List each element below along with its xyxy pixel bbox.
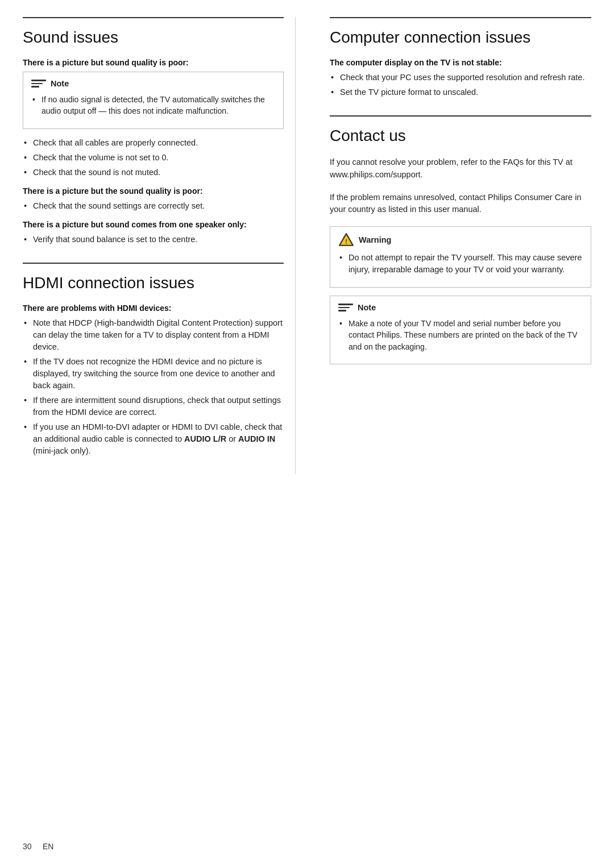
sound-bullet2-1: Check that the sound settings are correc… bbox=[23, 200, 284, 212]
sound-bullets3: Verify that sound balance is set to the … bbox=[23, 234, 284, 246]
hdmi-issues-title: HDMI connection issues bbox=[23, 274, 284, 296]
contact-note-item: Make a note of your TV model and serial … bbox=[338, 318, 583, 352]
contact-para2: If the problem remains unresolved, conta… bbox=[330, 192, 591, 217]
contact-divider bbox=[330, 115, 591, 117]
contact-para1: If you cannot resolve your problem, refe… bbox=[330, 156, 591, 181]
contact-us-section: Contact us If you cannot resolve your pr… bbox=[330, 115, 591, 364]
sound-note-label: Note bbox=[51, 79, 69, 88]
sound-subsection2-title: There is a picture but the sound quality… bbox=[23, 186, 284, 196]
sound-bullet3-1: Verify that sound balance is set to the … bbox=[23, 234, 284, 246]
contact-note-list: Make a note of your TV model and serial … bbox=[338, 318, 583, 352]
computer-bullet1-2: Set the TV picture format to unscaled. bbox=[330, 86, 591, 98]
warning-header: ! Warning bbox=[338, 232, 583, 247]
contact-note-box: Note Make a note of your TV model and se… bbox=[330, 296, 591, 364]
page-language: EN bbox=[43, 842, 53, 851]
warning-triangle-icon: ! bbox=[338, 232, 354, 247]
page-number: 30 bbox=[23, 842, 32, 851]
section-divider bbox=[23, 17, 284, 18]
sound-bullets2: Check that the sound settings are correc… bbox=[23, 200, 284, 212]
note-icon-right bbox=[338, 302, 353, 313]
warning-box: ! Warning Do not attempt to repair the T… bbox=[330, 226, 591, 288]
computer-subsection1-title: The computer display on the TV is not st… bbox=[330, 58, 591, 67]
sound-bullet1-3: Check that the sound is not muted. bbox=[23, 167, 284, 178]
hdmi-bullet1-1: Note that HDCP (High-bandwidth Digital C… bbox=[23, 317, 284, 353]
warning-item: Do not attempt to repair the TV yourself… bbox=[338, 252, 583, 276]
sound-note-header: Note bbox=[31, 78, 275, 89]
right-column: Computer connection issues The computer … bbox=[318, 17, 591, 474]
sound-bullet1-2: Check that the volume is not set to 0. bbox=[23, 152, 284, 164]
page-footer: 30 EN bbox=[23, 842, 53, 851]
hdmi-bullet1-3: If there are intermittent sound disrupti… bbox=[23, 394, 284, 418]
contact-us-title: Contact us bbox=[330, 127, 591, 148]
sound-subsection1-title: There is a picture but sound quality is … bbox=[23, 58, 284, 67]
sound-bullet1-1: Check that all cables are properly conne… bbox=[23, 137, 284, 149]
hdmi-divider bbox=[23, 263, 284, 264]
hdmi-bullet1-4: If you use an HDMI-to-DVI adapter or HDM… bbox=[23, 421, 284, 457]
sound-note-box: Note If no audio signal is detected, the… bbox=[23, 72, 284, 129]
sound-issues-title: Sound issues bbox=[23, 28, 284, 50]
sound-issues-section: Sound issues There is a picture but soun… bbox=[23, 17, 284, 246]
computer-issues-section: Computer connection issues The computer … bbox=[330, 17, 591, 98]
note-icon bbox=[31, 78, 46, 89]
left-column: Sound issues There is a picture but soun… bbox=[23, 17, 296, 474]
computer-bullets1: Check that your PC uses the supported re… bbox=[330, 72, 591, 98]
computer-issues-title: Computer connection issues bbox=[330, 28, 591, 50]
sound-bullets1: Check that all cables are properly conne… bbox=[23, 137, 284, 178]
contact-note-header: Note bbox=[338, 302, 583, 313]
hdmi-subsection1-title: There are problems with HDMI devices: bbox=[23, 304, 284, 313]
computer-bullet1-1: Check that your PC uses the supported re… bbox=[330, 72, 591, 84]
warning-label: Warning bbox=[359, 235, 391, 244]
sound-note-list: If no audio signal is detected, the TV a… bbox=[31, 94, 275, 117]
contact-note-label: Note bbox=[358, 303, 376, 312]
computer-divider bbox=[330, 17, 591, 18]
hdmi-bullet1-2: If the TV does not recognize the HDMI de… bbox=[23, 356, 284, 392]
svg-text:!: ! bbox=[345, 238, 347, 245]
hdmi-bullets1: Note that HDCP (High-bandwidth Digital C… bbox=[23, 317, 284, 457]
sound-subsection3-title: There is a picture but sound comes from … bbox=[23, 220, 284, 229]
hdmi-issues-section: HDMI connection issues There are problem… bbox=[23, 263, 284, 457]
sound-note-item: If no audio signal is detected, the TV a… bbox=[31, 94, 275, 117]
warning-list: Do not attempt to repair the TV yourself… bbox=[338, 252, 583, 276]
